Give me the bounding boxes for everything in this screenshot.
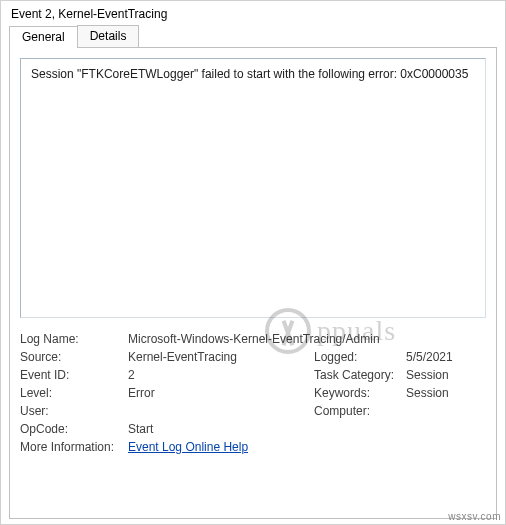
- row-user-computer: User: Computer:: [20, 402, 486, 420]
- window-title: Event 2, Kernel-EventTracing: [1, 1, 505, 25]
- value-log-name: Microsoft-Windows-Kernel-EventTracing/Ad…: [128, 332, 486, 346]
- value-opcode: Start: [128, 422, 486, 436]
- label-level: Level:: [20, 386, 128, 400]
- label-more-info: More Information:: [20, 440, 128, 454]
- tab-general[interactable]: General: [9, 26, 78, 48]
- row-eventid-task: Event ID: 2 Task Category: Session: [20, 366, 486, 384]
- label-log-name: Log Name:: [20, 332, 128, 346]
- value-event-id: 2: [128, 368, 314, 382]
- value-keywords: Session: [406, 386, 486, 400]
- label-source: Source:: [20, 350, 128, 364]
- value-level: Error: [128, 386, 314, 400]
- label-event-id: Event ID:: [20, 368, 128, 382]
- row-more-info: More Information: Event Log Online Help: [20, 438, 486, 456]
- row-source-logged: Source: Kernel-EventTracing Logged: 5/5/…: [20, 348, 486, 366]
- label-user: User:: [20, 404, 128, 418]
- tab-details[interactable]: Details: [77, 25, 140, 47]
- event-properties-window: Event 2, Kernel-EventTracing General Det…: [0, 0, 506, 525]
- event-metadata: Log Name: Microsoft-Windows-Kernel-Event…: [20, 330, 486, 456]
- label-opcode: OpCode:: [20, 422, 128, 436]
- value-source: Kernel-EventTracing: [128, 350, 314, 364]
- label-task-category: Task Category:: [314, 368, 406, 382]
- tab-page-general: Session "FTKCoreETWLogger" failed to sta…: [9, 47, 497, 519]
- footer-source: wsxsv.com: [448, 511, 501, 522]
- row-log-name: Log Name: Microsoft-Windows-Kernel-Event…: [20, 330, 486, 348]
- row-level-keywords: Level: Error Keywords: Session: [20, 384, 486, 402]
- label-computer: Computer:: [314, 404, 406, 418]
- label-logged: Logged:: [314, 350, 406, 364]
- value-task-category: Session: [406, 368, 486, 382]
- row-opcode: OpCode: Start: [20, 420, 486, 438]
- event-description[interactable]: Session "FTKCoreETWLogger" failed to sta…: [20, 58, 486, 318]
- link-event-log-online-help[interactable]: Event Log Online Help: [128, 440, 248, 454]
- value-logged: 5/5/2021: [406, 350, 486, 364]
- tab-strip: General Details: [9, 25, 497, 47]
- tab-container: General Details Session "FTKCoreETWLogge…: [9, 25, 497, 519]
- label-keywords: Keywords:: [314, 386, 406, 400]
